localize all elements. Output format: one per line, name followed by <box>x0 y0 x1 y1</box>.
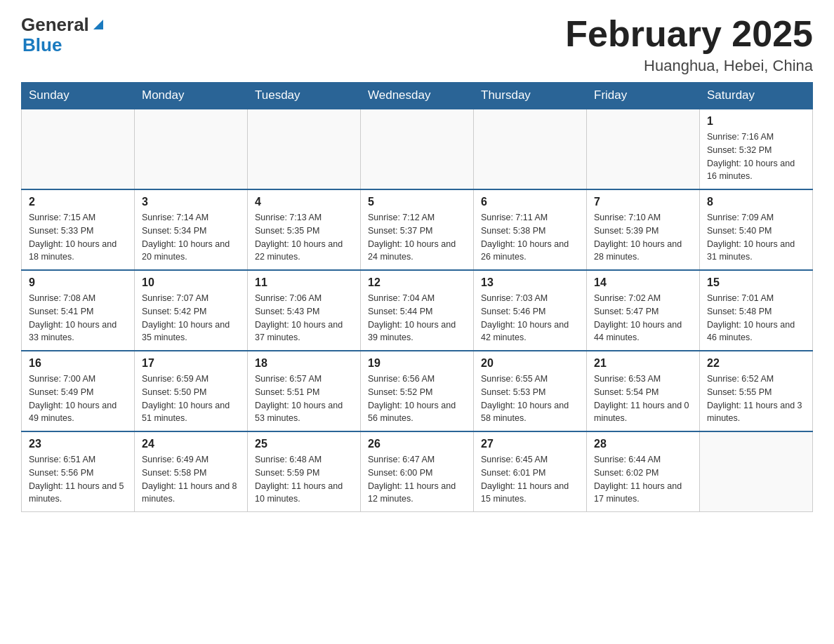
calendar-cell: 8Sunrise: 7:09 AMSunset: 5:40 PMDaylight… <box>700 189 813 270</box>
weekday-header-tuesday: Tuesday <box>248 83 361 109</box>
calendar-cell <box>22 109 135 189</box>
day-number: 14 <box>594 276 692 289</box>
day-info: Sunrise: 7:16 AMSunset: 5:32 PMDaylight:… <box>707 130 805 183</box>
calendar-cell: 23Sunrise: 6:51 AMSunset: 5:56 PMDayligh… <box>22 431 135 512</box>
day-info: Sunrise: 7:07 AMSunset: 5:42 PMDaylight:… <box>142 292 240 344</box>
day-number: 12 <box>368 276 466 289</box>
day-info: Sunrise: 6:57 AMSunset: 5:51 PMDaylight:… <box>255 373 353 425</box>
calendar-cell: 18Sunrise: 6:57 AMSunset: 5:51 PMDayligh… <box>248 351 361 431</box>
day-info: Sunrise: 6:49 AMSunset: 5:58 PMDaylight:… <box>142 453 240 506</box>
weekday-header-friday: Friday <box>587 83 700 109</box>
calendar-cell: 13Sunrise: 7:03 AMSunset: 5:46 PMDayligh… <box>474 270 587 351</box>
day-number: 3 <box>142 196 240 208</box>
day-number: 5 <box>368 196 466 208</box>
calendar-cell: 5Sunrise: 7:12 AMSunset: 5:37 PMDaylight… <box>361 189 474 270</box>
calendar-cell: 19Sunrise: 6:56 AMSunset: 5:52 PMDayligh… <box>361 351 474 431</box>
calendar-cell: 27Sunrise: 6:45 AMSunset: 6:01 PMDayligh… <box>474 431 587 512</box>
calendar-title: February 2025 <box>565 14 813 54</box>
location-subtitle: Huanghua, Hebei, China <box>565 57 813 75</box>
weekday-header-saturday: Saturday <box>700 83 813 109</box>
calendar-cell: 3Sunrise: 7:14 AMSunset: 5:34 PMDaylight… <box>135 189 248 270</box>
calendar-cell: 20Sunrise: 6:55 AMSunset: 5:53 PMDayligh… <box>474 351 587 431</box>
day-number: 4 <box>255 196 353 208</box>
calendar-cell <box>361 109 474 189</box>
day-number: 26 <box>368 438 466 450</box>
calendar-cell: 25Sunrise: 6:48 AMSunset: 5:59 PMDayligh… <box>248 431 361 512</box>
day-number: 11 <box>255 276 353 289</box>
calendar-week-row: 16Sunrise: 7:00 AMSunset: 5:49 PMDayligh… <box>22 351 813 431</box>
day-info: Sunrise: 7:13 AMSunset: 5:35 PMDaylight:… <box>255 211 353 264</box>
day-info: Sunrise: 7:14 AMSunset: 5:34 PMDaylight:… <box>142 211 240 264</box>
day-info: Sunrise: 7:15 AMSunset: 5:33 PMDaylight:… <box>29 211 127 264</box>
calendar-cell <box>474 109 587 189</box>
calendar-cell: 1Sunrise: 7:16 AMSunset: 5:32 PMDaylight… <box>700 109 813 189</box>
day-info: Sunrise: 7:02 AMSunset: 5:47 PMDaylight:… <box>594 292 692 344</box>
calendar-cell: 9Sunrise: 7:08 AMSunset: 5:41 PMDaylight… <box>22 270 135 351</box>
day-number: 24 <box>142 438 240 450</box>
calendar-cell <box>700 431 813 512</box>
day-number: 23 <box>29 438 127 450</box>
calendar-cell: 17Sunrise: 6:59 AMSunset: 5:50 PMDayligh… <box>135 351 248 431</box>
day-info: Sunrise: 6:48 AMSunset: 5:59 PMDaylight:… <box>255 453 353 506</box>
svg-marker-0 <box>93 20 103 29</box>
day-number: 18 <box>255 357 353 370</box>
day-number: 27 <box>481 438 579 450</box>
calendar-cell: 26Sunrise: 6:47 AMSunset: 6:00 PMDayligh… <box>361 431 474 512</box>
calendar-week-row: 23Sunrise: 6:51 AMSunset: 5:56 PMDayligh… <box>22 431 813 512</box>
day-number: 6 <box>481 196 579 208</box>
day-info: Sunrise: 7:12 AMSunset: 5:37 PMDaylight:… <box>368 211 466 264</box>
calendar-cell: 14Sunrise: 7:02 AMSunset: 5:47 PMDayligh… <box>587 270 700 351</box>
weekday-header-thursday: Thursday <box>474 83 587 109</box>
day-info: Sunrise: 7:08 AMSunset: 5:41 PMDaylight:… <box>29 292 127 344</box>
calendar-cell: 28Sunrise: 6:44 AMSunset: 6:02 PMDayligh… <box>587 431 700 512</box>
calendar-cell: 15Sunrise: 7:01 AMSunset: 5:48 PMDayligh… <box>700 270 813 351</box>
calendar-cell: 16Sunrise: 7:00 AMSunset: 5:49 PMDayligh… <box>22 351 135 431</box>
calendar-cell: 12Sunrise: 7:04 AMSunset: 5:44 PMDayligh… <box>361 270 474 351</box>
page-header: General Blue February 2025 Huanghua, Heb… <box>21 14 813 75</box>
day-info: Sunrise: 7:09 AMSunset: 5:40 PMDaylight:… <box>707 211 805 264</box>
day-info: Sunrise: 7:03 AMSunset: 5:46 PMDaylight:… <box>481 292 579 344</box>
day-number: 9 <box>29 276 127 289</box>
day-number: 28 <box>594 438 692 450</box>
calendar-cell: 22Sunrise: 6:52 AMSunset: 5:55 PMDayligh… <box>700 351 813 431</box>
weekday-header-row: SundayMondayTuesdayWednesdayThursdayFrid… <box>22 83 813 109</box>
day-info: Sunrise: 6:47 AMSunset: 6:00 PMDaylight:… <box>368 453 466 506</box>
day-number: 15 <box>707 276 805 289</box>
day-info: Sunrise: 6:55 AMSunset: 5:53 PMDaylight:… <box>481 373 579 425</box>
day-info: Sunrise: 6:56 AMSunset: 5:52 PMDaylight:… <box>368 373 466 425</box>
day-info: Sunrise: 7:10 AMSunset: 5:39 PMDaylight:… <box>594 211 692 264</box>
calendar-week-row: 2Sunrise: 7:15 AMSunset: 5:33 PMDaylight… <box>22 189 813 270</box>
day-number: 13 <box>481 276 579 289</box>
logo-blue-text: Blue <box>22 36 106 54</box>
calendar-cell: 21Sunrise: 6:53 AMSunset: 5:54 PMDayligh… <box>587 351 700 431</box>
calendar-cell: 4Sunrise: 7:13 AMSunset: 5:35 PMDaylight… <box>248 189 361 270</box>
title-area: February 2025 Huanghua, Hebei, China <box>565 14 813 75</box>
weekday-header-wednesday: Wednesday <box>361 83 474 109</box>
calendar-cell <box>248 109 361 189</box>
calendar-cell <box>587 109 700 189</box>
calendar-week-row: 9Sunrise: 7:08 AMSunset: 5:41 PMDaylight… <box>22 270 813 351</box>
day-number: 20 <box>481 357 579 370</box>
day-info: Sunrise: 6:59 AMSunset: 5:50 PMDaylight:… <box>142 373 240 425</box>
calendar-table: SundayMondayTuesdayWednesdayThursdayFrid… <box>21 82 813 512</box>
day-number: 21 <box>594 357 692 370</box>
day-info: Sunrise: 7:00 AMSunset: 5:49 PMDaylight:… <box>29 373 127 425</box>
day-info: Sunrise: 6:51 AMSunset: 5:56 PMDaylight:… <box>29 453 127 506</box>
calendar-cell: 2Sunrise: 7:15 AMSunset: 5:33 PMDaylight… <box>22 189 135 270</box>
day-number: 2 <box>29 196 127 208</box>
day-number: 25 <box>255 438 353 450</box>
day-info: Sunrise: 6:45 AMSunset: 6:01 PMDaylight:… <box>481 453 579 506</box>
calendar-cell: 11Sunrise: 7:06 AMSunset: 5:43 PMDayligh… <box>248 270 361 351</box>
day-number: 7 <box>594 196 692 208</box>
day-number: 10 <box>142 276 240 289</box>
logo-triangle-icon <box>91 17 106 32</box>
calendar-week-row: 1Sunrise: 7:16 AMSunset: 5:32 PMDaylight… <box>22 109 813 189</box>
logo-general-text: General <box>21 14 89 36</box>
day-number: 1 <box>707 115 805 128</box>
weekday-header-sunday: Sunday <box>22 83 135 109</box>
logo: General Blue <box>21 14 106 54</box>
calendar-cell: 7Sunrise: 7:10 AMSunset: 5:39 PMDaylight… <box>587 189 700 270</box>
day-info: Sunrise: 6:52 AMSunset: 5:55 PMDaylight:… <box>707 373 805 425</box>
day-info: Sunrise: 6:44 AMSunset: 6:02 PMDaylight:… <box>594 453 692 506</box>
day-number: 8 <box>707 196 805 208</box>
